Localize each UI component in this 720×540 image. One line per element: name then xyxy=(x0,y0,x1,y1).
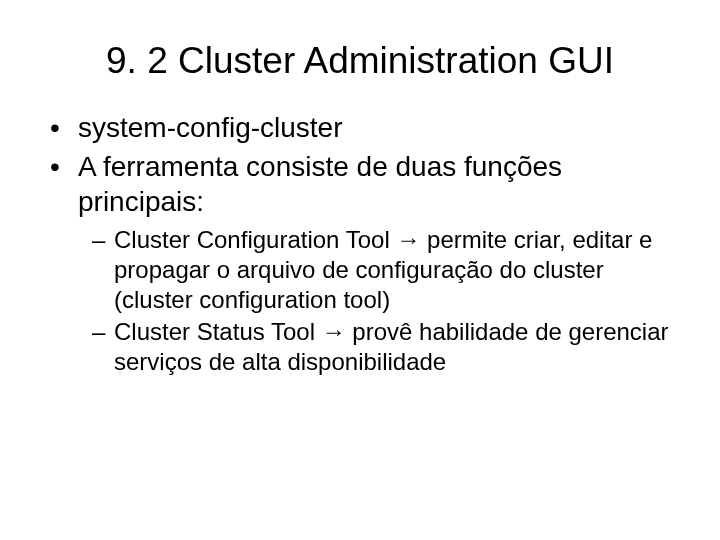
bullet-list: system-config-cluster A ferramenta consi… xyxy=(50,110,680,377)
sub-bullet-text: Cluster Configuration Tool → permite cri… xyxy=(114,226,652,313)
slide: 9. 2 Cluster Administration GUI system-c… xyxy=(0,0,720,540)
sub-bullet-text: Cluster Status Tool → provê habilidade d… xyxy=(114,318,669,375)
sub-bullet-list: Cluster Configuration Tool → permite cri… xyxy=(92,225,680,377)
sub-bullet-item: Cluster Status Tool → provê habilidade d… xyxy=(92,317,680,377)
slide-title: 9. 2 Cluster Administration GUI xyxy=(40,40,680,82)
bullet-text: system-config-cluster xyxy=(78,112,343,143)
bullet-item: A ferramenta consiste de duas funções pr… xyxy=(50,149,680,377)
bullet-text: A ferramenta consiste de duas funções pr… xyxy=(78,151,562,217)
sub-bullet-item: Cluster Configuration Tool → permite cri… xyxy=(92,225,680,315)
bullet-item: system-config-cluster xyxy=(50,110,680,145)
